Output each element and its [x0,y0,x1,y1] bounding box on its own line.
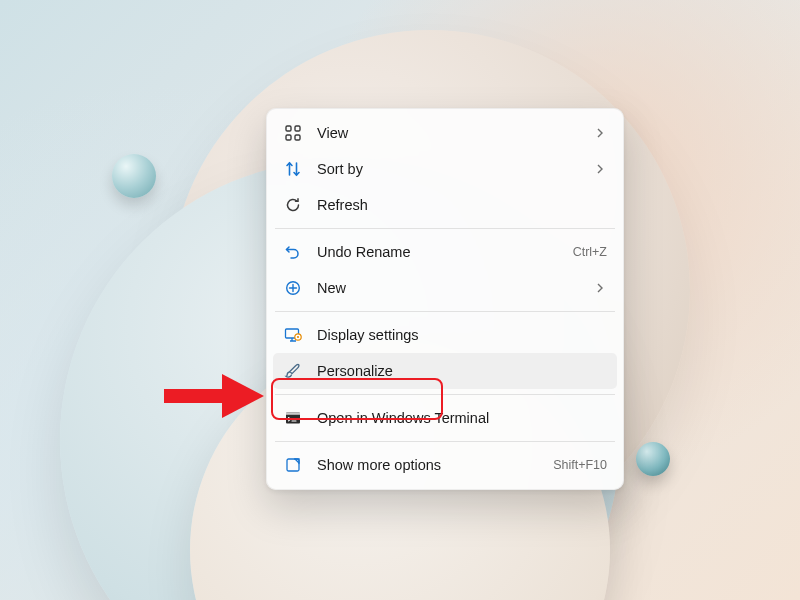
desktop-wallpaper[interactable]: View Sort by Refresh [0,0,800,600]
menu-item-new[interactable]: New [273,270,617,306]
grid-icon [283,123,303,143]
menu-item-label: Show more options [317,457,539,473]
menu-item-label: Undo Rename [317,244,559,260]
sort-icon [283,159,303,179]
undo-icon [283,242,303,262]
paint-brush-icon [283,361,303,381]
menu-item-sort-by[interactable]: Sort by [273,151,617,187]
menu-item-label: Display settings [317,327,607,343]
svg-rect-1 [295,126,300,131]
refresh-icon [283,195,303,215]
menu-item-label: Open in Windows Terminal [317,410,607,426]
chevron-right-icon [593,126,607,140]
menu-separator [275,394,615,395]
wallpaper-sphere [112,154,156,198]
menu-item-label: Refresh [317,197,607,213]
menu-separator [275,441,615,442]
desktop-context-menu: View Sort by Refresh [266,108,624,490]
terminal-icon [283,408,303,428]
menu-separator [275,228,615,229]
menu-item-display-settings[interactable]: Display settings [273,317,617,353]
chevron-right-icon [593,281,607,295]
wallpaper-sphere [636,442,670,476]
menu-item-label: View [317,125,579,141]
svg-rect-3 [295,135,300,140]
menu-item-shortcut: Ctrl+Z [573,245,607,259]
menu-item-label: Sort by [317,161,579,177]
menu-item-show-more-options[interactable]: Show more options Shift+F10 [273,447,617,483]
svg-rect-9 [286,413,300,415]
menu-item-personalize[interactable]: Personalize [273,353,617,389]
menu-item-shortcut: Shift+F10 [553,458,607,472]
display-settings-icon [283,325,303,345]
menu-item-label: Personalize [317,363,607,379]
menu-item-refresh[interactable]: Refresh [273,187,617,223]
menu-separator [275,311,615,312]
svg-rect-2 [286,135,291,140]
menu-item-label: New [317,280,579,296]
svg-rect-0 [286,126,291,131]
svg-point-7 [296,336,298,338]
plus-circle-icon [283,278,303,298]
menu-item-open-terminal[interactable]: Open in Windows Terminal [273,400,617,436]
chevron-right-icon [593,162,607,176]
menu-item-undo-rename[interactable]: Undo Rename Ctrl+Z [273,234,617,270]
menu-item-view[interactable]: View [273,115,617,151]
more-options-icon [283,455,303,475]
